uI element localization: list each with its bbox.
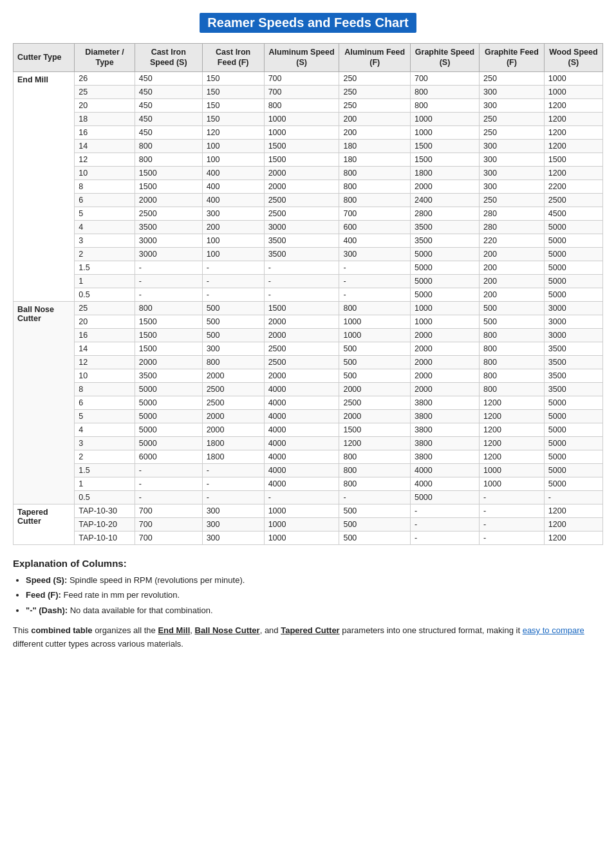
table-cell: 2000 bbox=[339, 382, 410, 396]
speeds-feeds-table: Cutter TypeDiameter / TypeCast Iron Spee… bbox=[13, 43, 603, 545]
table-row: 0.5----5000-- bbox=[14, 490, 603, 504]
table-cell: 4000 bbox=[264, 436, 339, 450]
table-body: End Mill26450150700250700250100025450150… bbox=[14, 71, 603, 544]
table-cell: - bbox=[264, 288, 339, 301]
table-cell: 2800 bbox=[410, 207, 479, 220]
table-cell: 25 bbox=[75, 85, 135, 98]
table-row: 204501508002508003001200 bbox=[14, 98, 603, 112]
table-cell: 220 bbox=[480, 234, 545, 247]
table-cell: 800 bbox=[339, 450, 410, 463]
table-cell: 2000 bbox=[410, 180, 479, 193]
table-cell: 200 bbox=[339, 112, 410, 125]
table-cell: 800 bbox=[480, 328, 545, 342]
table-cell: 800 bbox=[339, 301, 410, 315]
table-cell: - bbox=[339, 274, 410, 288]
table-cell: 800 bbox=[410, 85, 479, 98]
table-cell: 1500 bbox=[135, 342, 202, 355]
table-cell: 5000 bbox=[135, 409, 202, 423]
table-row: 254501507002508003001000 bbox=[14, 85, 603, 98]
table-cell: 1000 bbox=[264, 517, 339, 531]
table-cell: 2 bbox=[75, 247, 135, 261]
table-cell: - bbox=[135, 261, 202, 274]
table-cell: - bbox=[202, 261, 264, 274]
table-cell: 300 bbox=[202, 531, 264, 544]
table-cell: 1500 bbox=[135, 328, 202, 342]
table-cell: 400 bbox=[202, 193, 264, 207]
table-cell: - bbox=[410, 531, 479, 544]
table-cell: 1800 bbox=[410, 166, 479, 180]
col-header-5: Aluminum Feed (F) bbox=[339, 44, 410, 72]
table-cell: 700 bbox=[135, 517, 202, 531]
table-cell: 1000 bbox=[480, 477, 545, 490]
table-cell: 26 bbox=[75, 71, 135, 85]
cutter-type-cell: End Mill bbox=[14, 71, 75, 301]
table-cell: 800 bbox=[135, 139, 202, 152]
table-cell: 14 bbox=[75, 342, 135, 355]
table-cell: 150 bbox=[202, 85, 264, 98]
explanation-list: Speed (S): Spindle speed in RPM (revolut… bbox=[26, 574, 603, 617]
table-row: 1--4000800400010005000 bbox=[14, 477, 603, 490]
table-cell: 2500 bbox=[264, 207, 339, 220]
table-cell: 4000 bbox=[264, 382, 339, 396]
table-cell: 3500 bbox=[544, 382, 602, 396]
table-cell: 5000 bbox=[410, 288, 479, 301]
table-cell: 700 bbox=[339, 207, 410, 220]
table-cell: 1000 bbox=[410, 112, 479, 125]
table-cell: 1500 bbox=[339, 423, 410, 436]
table-cell: 10 bbox=[75, 166, 135, 180]
table-cell: 2000 bbox=[410, 342, 479, 355]
table-cell: 5000 bbox=[544, 234, 602, 247]
table-cell: 3500 bbox=[410, 220, 479, 234]
table-cell: 4500 bbox=[544, 207, 602, 220]
table-cell: 200 bbox=[202, 220, 264, 234]
table-row: Ball Nose Cutter258005001500800100050030… bbox=[14, 301, 603, 315]
table-cell: 20 bbox=[75, 98, 135, 112]
explanation-bullet: Speed (S): Spindle speed in RPM (revolut… bbox=[26, 574, 603, 587]
table-cell: - bbox=[339, 490, 410, 504]
table-cell: 2500 bbox=[544, 193, 602, 207]
table-cell: 2000 bbox=[410, 369, 479, 382]
table-cell: 300 bbox=[202, 517, 264, 531]
table-cell: 500 bbox=[480, 301, 545, 315]
table-cell: 5000 bbox=[544, 288, 602, 301]
table-cell: 300 bbox=[202, 342, 264, 355]
col-header-6: Graphite Speed (S) bbox=[410, 44, 479, 72]
table-cell: 3000 bbox=[135, 234, 202, 247]
table-cell: 16 bbox=[75, 328, 135, 342]
table-cell: - bbox=[410, 504, 479, 517]
table-cell: 250 bbox=[339, 85, 410, 98]
table-cell: 100 bbox=[202, 139, 264, 152]
table-cell: 1500 bbox=[410, 152, 479, 166]
table-cell: 200 bbox=[480, 288, 545, 301]
table-cell: 14 bbox=[75, 139, 135, 152]
table-cell: 1200 bbox=[544, 166, 602, 180]
table-cell: 800 bbox=[135, 301, 202, 315]
table-row: 14800100150018015003001200 bbox=[14, 139, 603, 152]
table-cell: 1000 bbox=[339, 328, 410, 342]
table-cell: 6000 bbox=[135, 450, 202, 463]
table-cell: 150 bbox=[202, 112, 264, 125]
table-cell: 4 bbox=[75, 220, 135, 234]
table-cell: 800 bbox=[339, 463, 410, 477]
table-cell: 2400 bbox=[410, 193, 479, 207]
table-cell: 1500 bbox=[135, 180, 202, 193]
table-cell: 150 bbox=[202, 98, 264, 112]
table-row: 45000200040001500380012005000 bbox=[14, 423, 603, 436]
col-header-7: Graphite Feed (F) bbox=[480, 44, 545, 72]
table-cell: 5000 bbox=[544, 261, 602, 274]
table-cell: 2000 bbox=[264, 180, 339, 193]
footer-bold-combined: combined table bbox=[31, 625, 92, 635]
table-cell: - bbox=[135, 490, 202, 504]
cutter-type-cell: Tapered Cutter bbox=[14, 504, 75, 544]
table-cell: 250 bbox=[480, 125, 545, 139]
table-row: TAP-10-207003001000500--1200 bbox=[14, 517, 603, 531]
table-cell: 2000 bbox=[135, 355, 202, 369]
table-cell: 4000 bbox=[264, 463, 339, 477]
table-cell: 3500 bbox=[544, 355, 602, 369]
table-cell: - bbox=[339, 261, 410, 274]
table-cell: - bbox=[202, 477, 264, 490]
table-cell: 16 bbox=[75, 125, 135, 139]
table-cell: 18 bbox=[75, 112, 135, 125]
table-cell: 3800 bbox=[410, 423, 479, 436]
table-cell: 8 bbox=[75, 180, 135, 193]
